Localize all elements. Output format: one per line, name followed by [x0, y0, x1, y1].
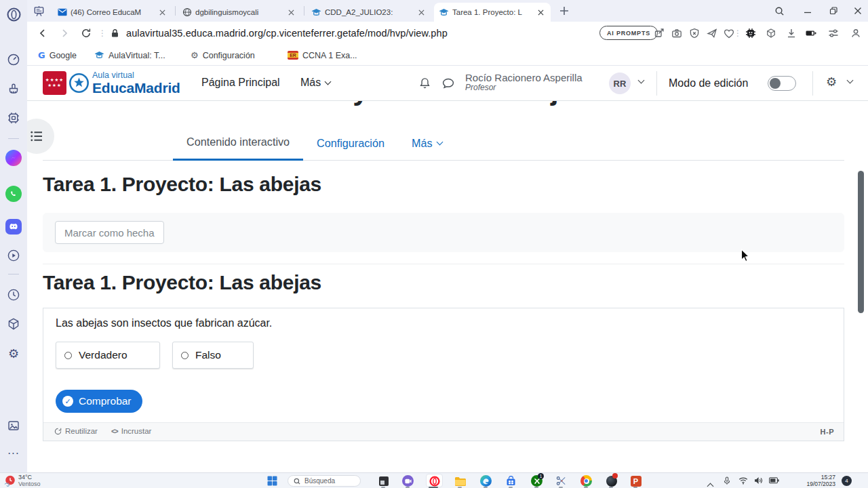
weather-alert-icon[interactable]: [4, 475, 16, 487]
nav-home-link[interactable]: Página Principal: [201, 77, 280, 89]
ai-extension-icon[interactable]: [743, 26, 758, 40]
chevron-down-icon[interactable]: [638, 77, 645, 84]
browser-tab-mail[interactable]: (46) Correo EducaM: [53, 3, 172, 22]
embed-link[interactable]: <> Incrustar: [111, 427, 151, 435]
edit-mode-toggle[interactable]: [768, 76, 796, 91]
start-button[interactable]: [266, 474, 279, 487]
search-tabs-icon[interactable]: [772, 4, 787, 18]
taskbar-clock[interactable]: 15:27 19/07/2023: [785, 474, 835, 487]
restore-window-icon[interactable]: [826, 4, 841, 18]
minimize-window-icon[interactable]: [800, 4, 815, 18]
brand-line2[interactable]: EducaMadrid: [92, 80, 180, 96]
forward-icon[interactable]: [57, 26, 72, 40]
battery-saver-icon[interactable]: [804, 26, 818, 40]
messages-icon[interactable]: [442, 77, 454, 89]
browser-tab-web[interactable]: dgbilinguismoycali: [178, 3, 301, 22]
extension-cube-icon[interactable]: [764, 26, 778, 40]
profile-icon[interactable]: [848, 26, 863, 40]
settings-sliders-icon[interactable]: [826, 26, 841, 40]
cleaner-icon[interactable]: [0, 79, 27, 99]
tab-close-icon[interactable]: [285, 7, 296, 18]
file-explorer-icon[interactable]: [454, 474, 467, 487]
camera-app-icon[interactable]: [401, 474, 414, 487]
h5p-content-frame: Las abejas son insectos que fabrican azú…: [43, 308, 844, 441]
extensions-cube-icon[interactable]: [0, 314, 27, 334]
powerpoint-icon[interactable]: P: [629, 474, 642, 487]
option-falso[interactable]: Falso: [172, 342, 254, 369]
taskbar-search[interactable]: Búsqueda: [288, 475, 361, 487]
reuse-link[interactable]: Reutilizar: [54, 427, 98, 435]
snipping-tool-icon[interactable]: [555, 474, 568, 487]
player-icon[interactable]: [0, 245, 27, 266]
radio-icon[interactable]: [64, 352, 72, 359]
whatsapp-icon[interactable]: [0, 184, 27, 204]
option-verdadero[interactable]: Verdadero: [56, 342, 160, 369]
ai-prompts-button[interactable]: AI PROMPTS: [599, 26, 658, 40]
ai-chip-icon[interactable]: [0, 108, 27, 128]
url-text[interactable]: aulavirtual35.educa.madrid.org/cp.vicent…: [126, 28, 448, 39]
radio-icon[interactable]: [181, 352, 189, 359]
easel-board-icon[interactable]: [33, 5, 45, 18]
bookmark-google[interactable]: G Google: [38, 48, 77, 62]
close-window-icon[interactable]: [850, 4, 865, 18]
discord-icon[interactable]: [0, 216, 27, 237]
chevron-down-icon: [325, 78, 332, 85]
tab-configuracion[interactable]: Configuración: [303, 125, 398, 161]
opera-taskbar-icon[interactable]: [428, 474, 441, 487]
list-icon: [31, 131, 43, 142]
bookmark-label: AulaVirtual: T...: [108, 51, 165, 60]
bookmark-configuracion[interactable]: ⚙ Configuración: [191, 48, 255, 62]
google-g-icon: G: [38, 50, 45, 60]
dark-app-icon[interactable]: [377, 474, 390, 487]
notification-count-badge[interactable]: 4: [842, 476, 852, 486]
lock-icon[interactable]: [107, 26, 122, 40]
share-icon[interactable]: [652, 26, 667, 40]
tab-close-icon[interactable]: [535, 7, 546, 18]
dark-sphere-app-icon[interactable]: [605, 474, 618, 487]
settings-gear-icon[interactable]: ⚙: [0, 344, 27, 364]
microphone-icon[interactable]: [723, 476, 731, 485]
bookmark-aulavirtual[interactable]: AulaVirtual: T...: [94, 48, 165, 62]
back-icon[interactable]: [35, 26, 50, 40]
store-icon[interactable]: [505, 474, 517, 487]
new-tab-button[interactable]: [559, 5, 570, 16]
admin-gear-icon[interactable]: ⚙: [826, 76, 837, 88]
xbox-icon[interactable]: 1: [530, 474, 543, 487]
snapshot-camera-icon[interactable]: [669, 26, 684, 40]
bookmark-ccna[interactable]: ER CCNA 1 Exa...: [288, 48, 357, 62]
shield-block-icon[interactable]: [687, 26, 702, 40]
browser-tab-cdd[interactable]: CDD_A2_JULIO23:: [307, 3, 431, 22]
tab-close-icon[interactable]: [416, 7, 427, 18]
avatar[interactable]: RR: [609, 73, 631, 94]
tab-mas[interactable]: Más: [398, 125, 456, 161]
chevron-down-icon[interactable]: [847, 77, 854, 84]
user-name[interactable]: Rocío Racionero Asperilla: [465, 72, 583, 83]
nav-more-link[interactable]: Más: [300, 77, 330, 89]
speed-dial-icon[interactable]: [0, 49, 27, 70]
wifi-icon[interactable]: [738, 476, 748, 485]
messenger-icon[interactable]: [0, 148, 27, 168]
reload-icon[interactable]: [79, 26, 94, 40]
browser-tab-active[interactable]: Tarea 1. Proyecto: L: [434, 3, 551, 22]
edge-icon[interactable]: [479, 474, 492, 487]
download-icon[interactable]: [784, 26, 799, 40]
chrome-icon[interactable]: [580, 474, 593, 487]
tab-contenido-interactivo[interactable]: Contenido interactivo: [173, 125, 303, 161]
mark-done-button[interactable]: Marcar como hecha: [55, 221, 164, 244]
snapshot-image-icon[interactable]: [0, 415, 27, 436]
educamadrid-star-logo[interactable]: [68, 73, 90, 94]
page-scrollbar-thumb[interactable]: [858, 171, 864, 313]
weather-temp[interactable]: 34°C: [18, 474, 32, 481]
volume-icon[interactable]: [754, 476, 763, 485]
more-ellipsis-icon[interactable]: ···: [0, 444, 27, 464]
tab-close-icon[interactable]: [157, 7, 167, 18]
notifications-bell-icon[interactable]: [419, 77, 431, 89]
opera-logo-icon[interactable]: [0, 4, 27, 24]
send-icon[interactable]: [705, 26, 719, 40]
madrid-flag-logo[interactable]: ★★★★ ★★★: [43, 71, 66, 95]
tray-chevron-up-icon[interactable]: [708, 479, 713, 488]
battery-icon[interactable]: [769, 477, 779, 484]
h5p-logo[interactable]: H-P: [821, 428, 834, 436]
check-answer-button[interactable]: ✓ Comprobar: [56, 390, 142, 413]
history-clock-icon[interactable]: [0, 285, 27, 305]
